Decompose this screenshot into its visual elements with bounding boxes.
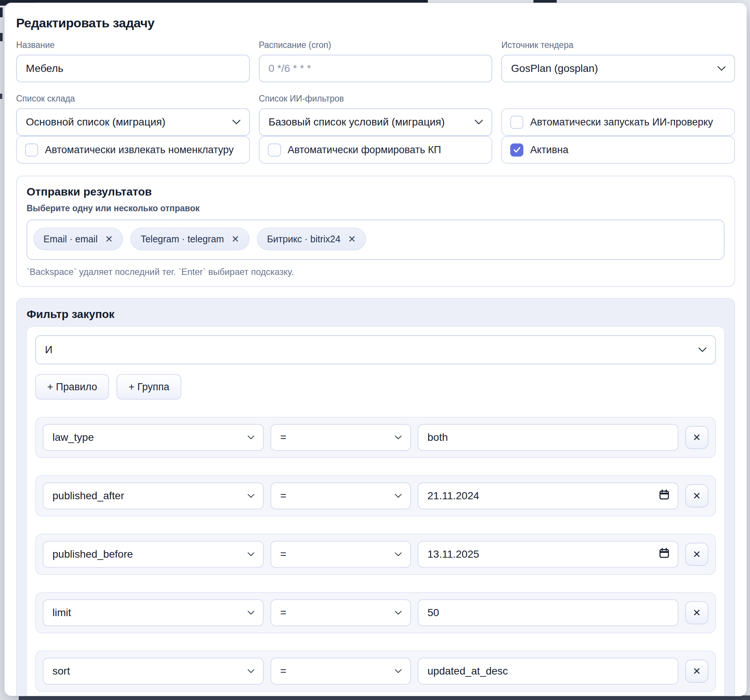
checkbox-checked-icon[interactable] <box>510 143 523 157</box>
task-form: Название Расписание (cron) Источник тенд… <box>16 40 735 164</box>
tag-label: Telegram · telegram <box>140 234 224 244</box>
chevron-down-icon <box>395 435 402 440</box>
calendar-icon[interactable] <box>658 489 670 504</box>
remove-rule-button[interactable]: ✕ <box>685 601 709 624</box>
rule-operator-select[interactable]: = <box>270 658 411 685</box>
checkbox-label: Активна <box>530 144 568 156</box>
checkbox-active[interactable]: Активна <box>501 136 735 164</box>
tender-source-value: GosPlan (gosplan) <box>511 63 598 75</box>
name-label: Название <box>16 40 250 50</box>
rule-value-input[interactable] <box>418 658 678 685</box>
rule-date-value: 21.11.2024 <box>427 490 479 502</box>
rule-operator-select[interactable]: = <box>270 424 411 451</box>
rule-value-input[interactable] <box>418 599 678 626</box>
rule-field-select[interactable]: sort <box>43 658 264 685</box>
combinator-value: И <box>45 344 52 356</box>
remove-rule-button[interactable]: ✕ <box>685 543 709 566</box>
checkbox-box-icon[interactable] <box>25 143 38 157</box>
rule-date-input[interactable]: 13.11.2025 <box>418 541 678 568</box>
rule-operator-value: = <box>280 490 286 502</box>
filter-rule-row: published_before = 13.11.2025 ✕ <box>35 534 716 575</box>
checkbox-label: Автоматически запускать ИИ-проверку <box>530 117 713 128</box>
filter-actions: + Правило + Группа <box>35 374 716 400</box>
page-title: Редактировать задачу <box>16 16 735 30</box>
ai-filters-label: Список ИИ-фильтров <box>259 94 493 104</box>
rule-field-select[interactable]: published_after <box>43 482 264 510</box>
calendar-icon[interactable] <box>658 547 670 562</box>
remove-tag-icon[interactable]: ✕ <box>105 235 113 244</box>
deliveries-title: Отправки результатов <box>27 186 724 198</box>
checkbox-auto-nomenclature[interactable]: Автоматически извлекать номенклатуру <box>16 136 250 164</box>
rule-value-input[interactable] <box>418 424 678 451</box>
tender-source-select[interactable]: GosPlan (gosplan) <box>501 55 735 82</box>
combinator-select[interactable]: И <box>35 335 716 364</box>
rule-operator-select[interactable]: = <box>270 541 411 568</box>
tag-email[interactable]: Email · email ✕ <box>33 228 123 250</box>
rule-field-value: published_after <box>52 490 124 502</box>
checkbox-auto-kp[interactable]: Автоматически формировать КП <box>259 136 493 164</box>
deliveries-tag-input[interactable]: Email · email ✕ Telegram · telegram ✕ Би… <box>27 220 724 260</box>
filter-group: И + Правило + Группа law_type = <box>27 327 724 696</box>
tag-label: Email · email <box>43 234 97 244</box>
background-left-tick <box>0 33 3 41</box>
chevron-down-icon <box>232 120 241 125</box>
rule-field-select[interactable]: published_before <box>43 541 264 568</box>
background-left-tick <box>0 8 3 17</box>
warehouse-list-select[interactable]: Основной список (миграция) <box>16 108 250 136</box>
background-left-tick <box>0 94 2 99</box>
remove-rule-button[interactable]: ✕ <box>685 426 709 449</box>
add-group-button[interactable]: + Группа <box>117 374 181 400</box>
remove-rule-button[interactable]: ✕ <box>685 484 709 508</box>
filter-title: Фильтр закупок <box>27 308 724 321</box>
rule-date-value: 13.11.2025 <box>427 548 479 560</box>
ai-filter-list-value: Базовый список условий (миграция) <box>269 116 445 128</box>
name-input[interactable] <box>16 55 250 82</box>
rule-field-value: sort <box>52 665 70 677</box>
checkbox-box-icon[interactable] <box>268 143 281 157</box>
chevron-down-icon <box>247 435 255 440</box>
deliveries-subtitle: Выберите одну или несколько отправок <box>27 203 724 213</box>
filter-rule-row: limit = ✕ <box>35 592 716 633</box>
warehouse-label: Список склада <box>16 94 250 104</box>
chevron-down-icon <box>247 611 255 616</box>
background-page-edge-bottom <box>19 695 750 700</box>
background-page-edge-top <box>0 0 428 3</box>
warehouse-list-value: Основной список (миграция) <box>26 116 166 128</box>
rule-field-select[interactable]: law_type <box>43 424 264 451</box>
chevron-down-icon <box>698 347 707 353</box>
rule-field-value: law_type <box>52 431 94 444</box>
rule-field-value: limit <box>52 607 71 619</box>
checkbox-box-icon[interactable] <box>510 116 523 129</box>
chevron-down-icon <box>474 120 483 125</box>
ai-filter-list-select[interactable]: Базовый список условий (миграция) <box>259 108 493 136</box>
chevron-down-icon <box>247 494 255 499</box>
spacer <box>501 94 735 104</box>
purchase-filter-panel: Фильтр закупок И + Правило + Группа law_… <box>16 298 735 696</box>
source-label: Источник тендера <box>501 40 735 50</box>
rule-operator-value: = <box>280 607 286 619</box>
checkbox-auto-ai-check[interactable]: Автоматически запускать ИИ-проверку <box>501 108 735 136</box>
chevron-down-icon <box>395 552 402 557</box>
rule-date-input[interactable]: 21.11.2024 <box>418 482 678 510</box>
rule-operator-select[interactable]: = <box>270 599 411 626</box>
remove-rule-button[interactable]: ✕ <box>685 660 709 683</box>
cron-input[interactable] <box>259 55 493 82</box>
remove-tag-icon[interactable]: ✕ <box>348 235 356 244</box>
rule-operator-value: = <box>280 431 286 444</box>
rule-operator-select[interactable]: = <box>270 482 411 510</box>
rule-operator-value: = <box>280 548 286 560</box>
filter-rule-row: published_after = 21.11.2024 ✕ <box>35 475 716 516</box>
tag-bitrix24[interactable]: Битрикс · bitrix24 ✕ <box>257 228 366 250</box>
rule-operator-value: = <box>280 665 286 677</box>
rule-field-select[interactable]: limit <box>43 599 264 626</box>
cron-label: Расписание (cron) <box>259 40 493 50</box>
deliveries-card: Отправки результатов Выберите одну или н… <box>16 176 735 287</box>
tag-telegram[interactable]: Telegram · telegram ✕ <box>131 228 249 250</box>
remove-tag-icon[interactable]: ✕ <box>232 235 240 244</box>
add-rule-button[interactable]: + Правило <box>35 374 109 400</box>
filter-rule-row: sort = ✕ <box>35 651 716 692</box>
chevron-down-icon <box>395 669 402 674</box>
edit-task-modal: Редактировать задачу Название Расписание… <box>5 3 747 696</box>
chevron-down-icon <box>247 669 255 674</box>
chevron-down-icon <box>717 66 726 72</box>
